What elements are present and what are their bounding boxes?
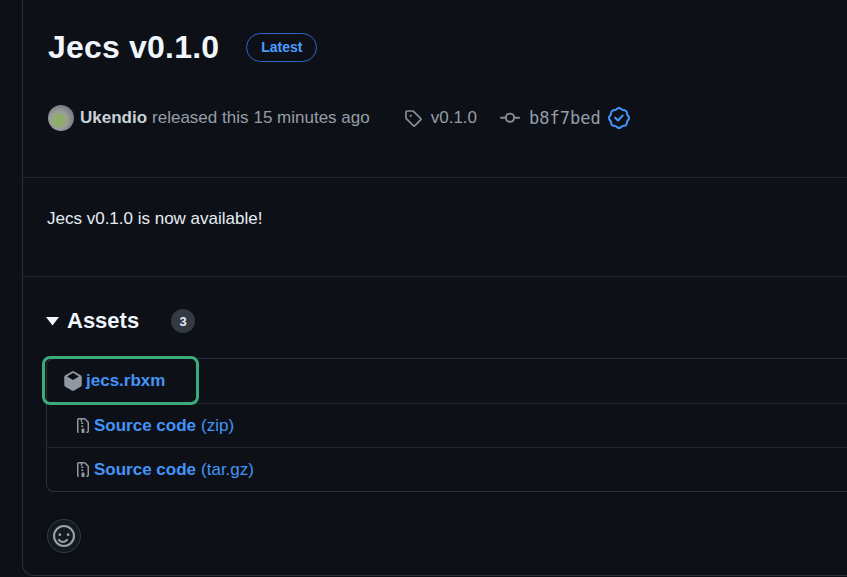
assets-list: jecs.rbxm Source code (zip) Source xyxy=(46,358,847,492)
assets-count-badge: 3 xyxy=(171,309,195,333)
chevron-down-icon xyxy=(46,316,59,326)
release-body: Jecs v0.1.0 is now available! xyxy=(23,178,847,277)
released-text: released this xyxy=(152,108,248,128)
release-card: Jecs v0.1.0 Latest Ukendio released this… xyxy=(22,0,847,576)
asset-suffix: (tar.gz) xyxy=(201,460,254,480)
assets-title: Assets xyxy=(67,308,139,334)
asset-row-source-targz: Source code (tar.gz) xyxy=(47,447,847,491)
author-link[interactable]: Ukendio xyxy=(80,108,147,128)
latest-badge[interactable]: Latest xyxy=(246,33,317,62)
asset-link-jecs-rbxm[interactable]: jecs.rbxm xyxy=(63,371,165,391)
asset-row-jecs-rbxm: jecs.rbxm xyxy=(47,359,847,403)
asset-name: Source code xyxy=(94,460,196,480)
package-icon xyxy=(63,371,83,391)
file-zip-icon xyxy=(75,462,91,478)
asset-name: Source code xyxy=(94,416,196,436)
tag-name: v0.1.0 xyxy=(431,108,477,128)
smiley-icon xyxy=(53,525,75,547)
assets-header-toggle[interactable]: Assets 3 xyxy=(46,307,847,335)
release-timestamp[interactable]: 15 minutes ago xyxy=(253,108,369,128)
release-header: Jecs v0.1.0 Latest Ukendio released this… xyxy=(23,0,847,178)
asset-suffix: (zip) xyxy=(201,416,234,436)
avatar[interactable] xyxy=(48,105,74,131)
tag-group: v0.1.0 xyxy=(404,108,477,128)
asset-link-source-targz[interactable]: Source code (tar.gz) xyxy=(75,460,254,480)
author-line: Ukendio released this 15 minutes ago xyxy=(80,108,370,128)
title-row: Jecs v0.1.0 Latest xyxy=(48,26,847,68)
tag-icon xyxy=(404,109,422,127)
file-zip-icon xyxy=(75,418,91,434)
release-meta-row: Ukendio released this 15 minutes ago v0.… xyxy=(48,105,847,131)
assets-section: Assets 3 jecs.rbxm Source code xyxy=(23,277,847,553)
verified-icon[interactable] xyxy=(608,107,630,129)
commit-icon xyxy=(500,108,520,128)
asset-name: jecs.rbxm xyxy=(86,371,165,391)
release-title: Jecs v0.1.0 xyxy=(48,26,219,68)
commit-group: b8f7bed xyxy=(500,107,630,129)
asset-row-source-zip: Source code (zip) xyxy=(47,403,847,447)
commit-sha-link[interactable]: b8f7bed xyxy=(529,108,601,128)
add-reaction-button[interactable] xyxy=(47,519,81,553)
release-description: Jecs v0.1.0 is now available! xyxy=(47,207,847,231)
asset-link-source-zip[interactable]: Source code (zip) xyxy=(75,416,234,436)
